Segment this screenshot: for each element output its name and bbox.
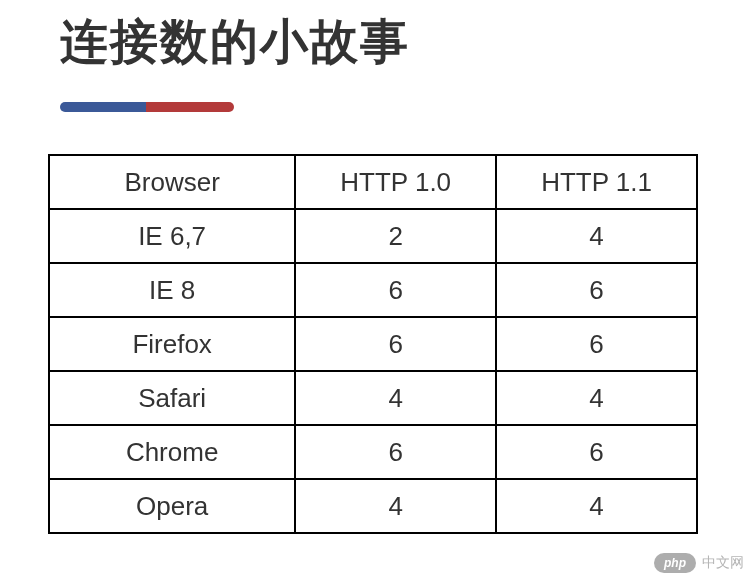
table-row: Firefox 6 6: [49, 317, 697, 371]
cell-http10: 6: [295, 425, 496, 479]
cell-http10: 4: [295, 479, 496, 533]
col-header-browser: Browser: [49, 155, 295, 209]
cell-browser: IE 6,7: [49, 209, 295, 263]
divider-blue: [60, 102, 148, 112]
table-row: Opera 4 4: [49, 479, 697, 533]
divider-red: [146, 102, 234, 112]
cell-http10: 4: [295, 371, 496, 425]
cell-http11: 6: [496, 263, 697, 317]
cell-browser: Firefox: [49, 317, 295, 371]
cell-http11: 4: [496, 371, 697, 425]
cell-browser: Chrome: [49, 425, 295, 479]
table-row: IE 8 6 6: [49, 263, 697, 317]
table-header-row: Browser HTTP 1.0 HTTP 1.1: [49, 155, 697, 209]
table-row: Chrome 6 6: [49, 425, 697, 479]
title-divider: [60, 102, 752, 112]
cell-browser: IE 8: [49, 263, 295, 317]
cell-http11: 4: [496, 209, 697, 263]
watermark-badge: php: [654, 553, 696, 573]
watermark: php 中文网: [654, 553, 744, 573]
cell-browser: Opera: [49, 479, 295, 533]
page-title: 连接数的小故事: [0, 0, 752, 74]
cell-http10: 6: [295, 263, 496, 317]
cell-browser: Safari: [49, 371, 295, 425]
cell-http11: 4: [496, 479, 697, 533]
table-row: IE 6,7 2 4: [49, 209, 697, 263]
cell-http10: 6: [295, 317, 496, 371]
cell-http10: 2: [295, 209, 496, 263]
cell-http11: 6: [496, 425, 697, 479]
watermark-text: 中文网: [702, 554, 744, 572]
col-header-http11: HTTP 1.1: [496, 155, 697, 209]
cell-http11: 6: [496, 317, 697, 371]
col-header-http10: HTTP 1.0: [295, 155, 496, 209]
table-row: Safari 4 4: [49, 371, 697, 425]
connections-table-wrap: Browser HTTP 1.0 HTTP 1.1 IE 6,7 2 4 IE …: [48, 154, 752, 534]
connections-table: Browser HTTP 1.0 HTTP 1.1 IE 6,7 2 4 IE …: [48, 154, 698, 534]
